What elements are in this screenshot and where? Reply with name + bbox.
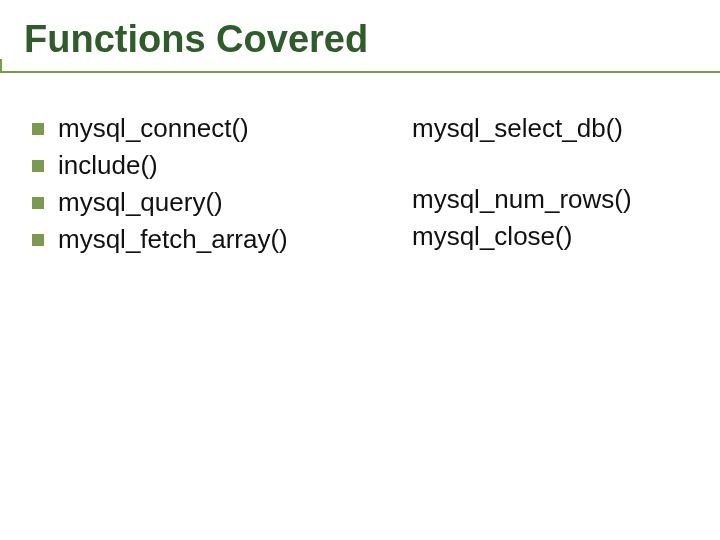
list-item-text: mysql_num_rows() <box>412 184 632 215</box>
list-item: mysql_query() <box>32 187 362 218</box>
bullet-spacer <box>386 231 398 243</box>
bullet-spacer <box>386 194 398 206</box>
list-item-text: mysql_query() <box>58 187 223 218</box>
list-item: mysql_fetch_array() <box>32 224 362 255</box>
title-rule-tick <box>0 59 2 71</box>
list-item-text: include() <box>58 150 158 181</box>
list-item: mysql_select_db() <box>386 113 686 144</box>
title-rule-line <box>0 71 720 73</box>
list-item-text: mysql_fetch_array() <box>58 224 288 255</box>
bullet-spacer <box>386 123 398 135</box>
bullet-list-right: mysql_select_db() mysql_num_rows() mysql… <box>386 113 686 261</box>
list-item-text: mysql_close() <box>412 221 572 252</box>
list-item: mysql_close() <box>386 221 686 252</box>
square-bullet-icon <box>32 123 44 135</box>
list-item: include() <box>32 150 362 181</box>
slide: Functions Covered mysql_connect() includ… <box>0 0 720 540</box>
blank-row <box>386 150 686 184</box>
list-item: mysql_connect() <box>32 113 362 144</box>
square-bullet-icon <box>32 197 44 209</box>
slide-title: Functions Covered <box>24 18 700 61</box>
square-bullet-icon <box>32 234 44 246</box>
square-bullet-icon <box>32 160 44 172</box>
list-item-text: mysql_connect() <box>58 113 249 144</box>
title-rule <box>24 67 700 77</box>
bullet-list-left: mysql_connect() include() mysql_query() … <box>32 113 362 261</box>
list-item: mysql_num_rows() <box>386 184 686 215</box>
slide-body: mysql_connect() include() mysql_query() … <box>24 113 700 261</box>
list-item-text: mysql_select_db() <box>412 113 623 144</box>
